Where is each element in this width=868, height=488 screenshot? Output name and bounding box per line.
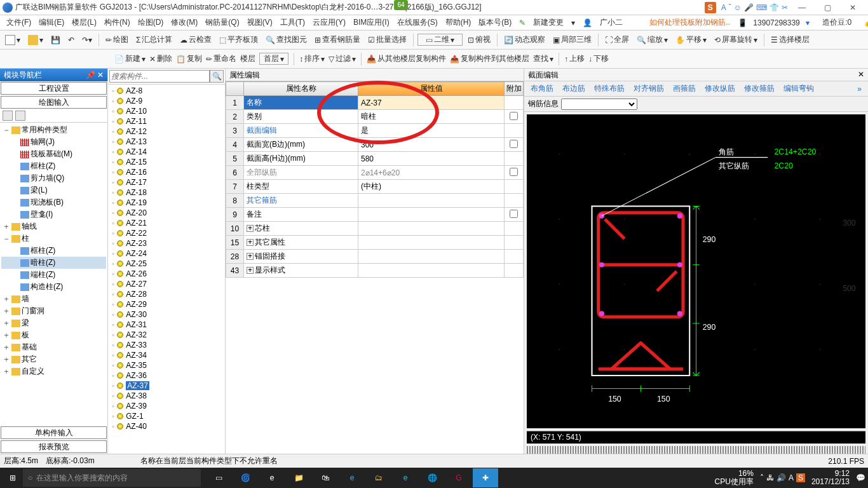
menu-version[interactable]: 版本号(B)	[475, 17, 515, 28]
property-row[interactable]: 5截面高(H边)(mm)580	[226, 152, 524, 166]
list-item[interactable]: ◦AZ-29	[111, 299, 222, 309]
tree-child-item[interactable]: 暗柱(Z)	[1, 257, 106, 269]
list-item[interactable]: ◦AZ-21	[111, 218, 222, 228]
list-item[interactable]: ◦AZ-22	[111, 228, 222, 238]
local3d-button[interactable]: ▣ 局部三维	[550, 34, 594, 45]
task-view-icon[interactable]: ▭	[206, 468, 231, 487]
tree-child-item[interactable]: 剪力墙(Q)	[1, 172, 106, 184]
list-item[interactable]: ◦AZ-31	[111, 320, 222, 330]
draw-button[interactable]: ✏ 绘图	[103, 34, 131, 45]
find-img-button[interactable]: 🔍 查找图元	[263, 34, 309, 45]
tree-item[interactable]: +板	[1, 329, 106, 341]
zoom-button[interactable]: 🔍 缩放 ▾	[634, 34, 670, 45]
tree-item[interactable]: +梁	[1, 317, 106, 329]
up-button[interactable]: ↑ 上移	[564, 53, 585, 64]
canvas-resize-grip[interactable]	[527, 446, 865, 454]
list-item[interactable]: ◦AZ-19	[111, 198, 222, 208]
list-item[interactable]: ◦AZ-24	[111, 248, 222, 259]
nav-tab-report[interactable]: 报表预览	[1, 440, 107, 453]
view-rebar-button[interactable]: ⊞ 查看钢筋量	[312, 34, 363, 45]
tree-child-item[interactable]: 壁龛(I)	[1, 208, 106, 220]
tree-child-item[interactable]: 现浇板(B)	[1, 196, 106, 208]
minimize-button[interactable]: ―	[789, 1, 815, 15]
property-row[interactable]: 9备注	[226, 208, 524, 222]
property-row[interactable]: 10+芯柱	[226, 222, 524, 236]
app-chrome-icon[interactable]: 🌐	[419, 468, 445, 487]
tray-notif-icon[interactable]: 💬	[856, 473, 865, 482]
down-button[interactable]: ↓ 下移	[588, 53, 609, 64]
undo-button[interactable]: ↶	[65, 36, 77, 44]
fullscreen-button[interactable]: ⛶ 全屏	[602, 34, 632, 45]
list-item[interactable]: ◦GZ-1	[111, 411, 222, 421]
tree-item[interactable]: +其它	[1, 353, 106, 365]
overlook-button[interactable]: ⊡ 俯视	[465, 34, 493, 45]
tree-item[interactable]: +基础	[1, 341, 106, 353]
nav-tree[interactable]: −常用构件类型轴网(J)筏板基础(M)框柱(Z)剪力墙(Q)梁(L)现浇板(B)…	[0, 123, 107, 426]
copy-from-button[interactable]: 📥 从其他楼层复制构件	[367, 53, 446, 64]
pin-icon[interactable]: 📌 ✕	[86, 71, 104, 79]
property-row[interactable]: 4截面宽(B边)(mm)300	[226, 138, 524, 152]
app-edge2-icon[interactable]: e	[339, 468, 365, 487]
dyn-button[interactable]: 🔄 动态观察	[501, 34, 548, 45]
tree-item[interactable]: +墙	[1, 293, 106, 305]
canvas-action-button[interactable]: 特殊布筋	[592, 82, 627, 95]
list-rename-button[interactable]: ✏ 重命名	[206, 53, 236, 64]
list-item[interactable]: ◦AZ-25	[111, 259, 222, 269]
tray-ime-a-icon[interactable]: A	[789, 473, 794, 482]
list-item[interactable]: ◦AZ-36	[111, 370, 222, 381]
tree-item[interactable]: −柱	[1, 233, 106, 245]
app-g-icon[interactable]: G	[446, 468, 471, 487]
tree-child-item[interactable]: 梁(L)	[1, 184, 106, 196]
flat-button[interactable]: ⬚ 平齐板顶	[217, 34, 261, 45]
user-name[interactable]: 广小二	[596, 17, 627, 28]
canvas-action-button[interactable]: 修改纵筋	[702, 82, 738, 95]
tray-vol-icon[interactable]: 🔊	[776, 473, 786, 482]
canvas-action-button[interactable]: 编辑弯钩	[781, 82, 817, 95]
taskbar-clock[interactable]: 9:122017/12/13	[808, 470, 853, 486]
tree-child-item[interactable]: 轴网(J)	[1, 136, 106, 148]
2d-dropdown[interactable]: ▭ 二维 ▾	[417, 34, 463, 46]
tree-item[interactable]: +自定义	[1, 365, 106, 377]
app-explorer-icon[interactable]: 🗂	[366, 468, 391, 487]
list-item[interactable]: ◦AZ-27	[111, 279, 222, 289]
batch-select-button[interactable]: ☑ 批量选择	[365, 34, 409, 45]
list-item[interactable]: ◦AZ-10	[111, 106, 222, 116]
sogou-icon[interactable]: S	[705, 2, 716, 13]
app-swirl-icon[interactable]: 🌀	[233, 468, 258, 487]
menu-rebar[interactable]: 钢筋量(Q)	[201, 17, 243, 28]
canvas-action-button[interactable]: 布角筋	[528, 82, 556, 95]
canvas-action-button[interactable]: 对齐钢筋	[631, 82, 667, 95]
rebar-select[interactable]	[561, 98, 637, 110]
tree-tool-1[interactable]	[3, 111, 13, 121]
property-row[interactable]: 1名称AZ-37	[226, 96, 524, 110]
tray-s-icon[interactable]: S	[796, 473, 805, 482]
floor-first[interactable]: 首层 ▾	[259, 53, 288, 65]
menu-help[interactable]: 帮助(H)	[442, 17, 475, 28]
tray-up-icon[interactable]: ˄	[760, 473, 764, 482]
menu-floor[interactable]: 楼层(L)	[68, 17, 100, 28]
list-item[interactable]: ◦AZ-9	[111, 96, 222, 106]
help-link[interactable]: 如何处理筏板附加钢筋..	[646, 17, 734, 28]
section-canvas[interactable]: 角筋 其它纵筋 2C14+2C20 2C20 290 290 150 150 5…	[527, 114, 865, 428]
list-item[interactable]: ◦AZ-23	[111, 238, 222, 248]
rotate-button[interactable]: ⟲ 屏幕旋转 ▾	[712, 34, 760, 45]
property-row[interactable]: 6全部纵筋2⌀14+6⌀20	[226, 166, 524, 180]
menu-draw[interactable]: 绘图(D)	[134, 17, 168, 28]
coin-icon[interactable]: 💰	[860, 18, 868, 27]
nav-tab-draw[interactable]: 绘图输入	[1, 96, 107, 109]
app-store-icon[interactable]: 🛍	[313, 468, 338, 487]
list-item[interactable]: ◦AZ-40	[111, 421, 222, 431]
search2-button[interactable]: 查找 ▾	[533, 53, 553, 64]
list-item[interactable]: ◦AZ-15	[111, 157, 222, 167]
list-item[interactable]: ◦AZ-16	[111, 167, 222, 177]
canvas-more-icon[interactable]: »	[855, 83, 864, 95]
list-item[interactable]: ◦AZ-14	[111, 147, 222, 157]
property-row[interactable]: 15+其它属性	[226, 236, 524, 250]
list-item[interactable]: ◦AZ-39	[111, 401, 222, 411]
menu-view[interactable]: 视图(V)	[243, 17, 276, 28]
app-folder-icon[interactable]: 📁	[286, 468, 311, 487]
sum-button[interactable]: Σ 汇总计算	[133, 34, 175, 45]
tree-child-item[interactable]: 框柱(Z)	[1, 160, 106, 172]
new-change-link[interactable]: 新建变更	[529, 17, 567, 28]
app-ie-icon[interactable]: e	[393, 468, 418, 487]
